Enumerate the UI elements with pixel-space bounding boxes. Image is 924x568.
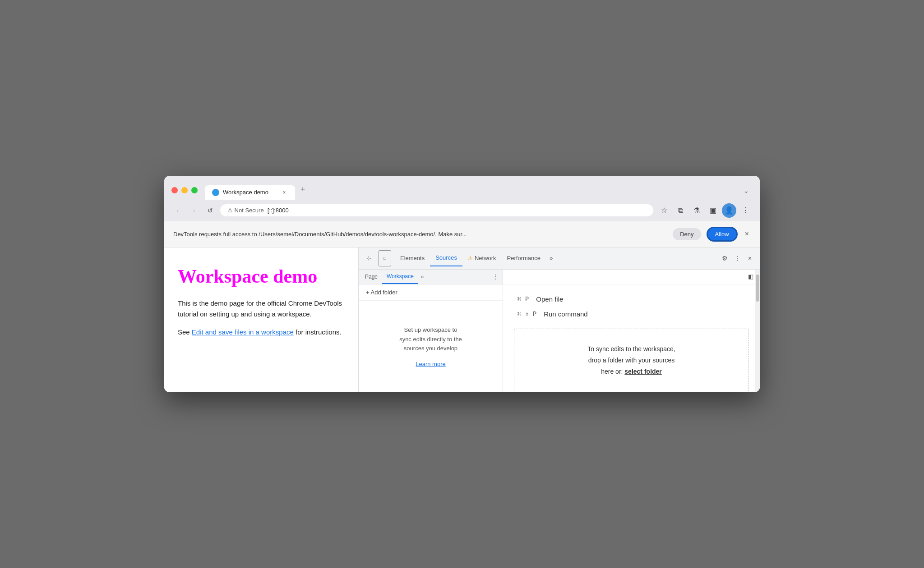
shortcuts-area: ⌘ P Open file ⌘ ⇧ P Run command (503, 284, 760, 329)
shortcut-run-command: ⌘ ⇧ P Run command (517, 310, 745, 318)
devtools-toggle-icon[interactable]: □ (379, 250, 391, 266)
page-paragraph2: See Edit and save files in a workspace f… (178, 327, 345, 338)
devtools-tab-bar: ⊹ □ Elements Sources ⚠ Network Performan… (359, 247, 760, 270)
deny-button[interactable]: Deny (673, 228, 701, 240)
tab-title: Workspace demo (223, 189, 277, 196)
tab-network[interactable]: ⚠ Network (462, 250, 502, 266)
maximize-button[interactable] (191, 187, 198, 193)
profile-icon[interactable]: 👤 (722, 203, 736, 218)
sidebar-icon[interactable]: ▣ (706, 203, 720, 218)
browser-tab[interactable]: 🌐 Workspace demo × (205, 185, 295, 200)
devtools-settings-icon[interactable]: ⚙ (718, 252, 731, 265)
forward-button[interactable]: › (188, 204, 200, 217)
url-bar[interactable]: ⚠ Not Secure [::]:8000 (220, 204, 653, 216)
browser-toolbar: ☆ ⧉ ⚗ ▣ 👤 ⋮ (657, 203, 753, 218)
minimize-button[interactable] (181, 187, 188, 193)
collapse-sidebar-icon[interactable]: ◧ (745, 271, 756, 282)
drop-zone-line1: To sync edits to the workspace, (587, 345, 675, 353)
notification-bar: DevTools requests full access to /Users/… (164, 221, 760, 247)
url-text: [::]:8000 (268, 207, 289, 214)
sources-sidebar: Page Workspace » ⋮ + Add folder Set up w… (359, 270, 503, 393)
bookmark-icon[interactable]: ☆ (657, 203, 671, 218)
devtools-icon[interactable]: ⚗ (689, 203, 704, 218)
tab-bar: 🌐 Workspace demo × + ⌄ (205, 181, 753, 200)
tab-sources[interactable]: Sources (430, 250, 462, 266)
select-folder-link[interactable]: select folder (624, 368, 661, 375)
title-bar: 🌐 Workspace demo × + ⌄ (164, 176, 760, 200)
add-folder-button[interactable]: + Add folder (359, 284, 503, 301)
sources-tab-bar: Page Workspace » ⋮ (359, 270, 503, 284)
shortcut-open-file: ⌘ P Open file (517, 295, 745, 303)
devtools-panel: ⊹ □ Elements Sources ⚠ Network Performan… (358, 247, 760, 393)
page-paragraph2-suffix: for instructions. (294, 328, 342, 336)
new-tab-button[interactable]: + (295, 181, 311, 198)
page-paragraph2-prefix: See (178, 328, 192, 336)
tab-elements[interactable]: Elements (395, 250, 430, 266)
chrome-menu-icon[interactable]: ⋮ (738, 203, 753, 218)
warning-icon: ⚠ (468, 255, 473, 261)
main-area: Workspace demo This is the demo page for… (164, 247, 760, 393)
tab-close-button[interactable]: × (281, 189, 288, 196)
sources-toolbar-right: ◧ (745, 271, 756, 282)
devtools-close-icon[interactable]: × (744, 252, 756, 265)
sources-panel: Page Workspace » ⋮ + Add folder Set up w… (359, 270, 760, 393)
notification-close-icon[interactable]: × (743, 228, 751, 240)
drop-zone[interactable]: To sync edits to the workspace, drop a f… (514, 329, 749, 393)
page-heading: Workspace demo (178, 266, 345, 287)
notification-text: DevTools requests full access to /Users/… (173, 231, 667, 238)
src-more-tabs-button[interactable]: » (418, 270, 427, 284)
extensions-icon[interactable]: ⧉ (673, 203, 688, 218)
shortcut-run-command-label: Run command (544, 310, 588, 318)
more-tabs-button[interactable]: » (546, 251, 556, 265)
src-tab-workspace[interactable]: Workspace (382, 270, 418, 284)
page-paragraph1: This is the demo page for the official C… (178, 298, 345, 320)
scrollbar-track[interactable] (755, 270, 760, 393)
traffic-lights (171, 187, 198, 193)
close-button[interactable] (171, 187, 178, 193)
drop-zone-line2: drop a folder with your sources (588, 357, 675, 364)
sources-main-toolbar: ◧ (503, 270, 760, 284)
workspace-link[interactable]: Edit and save files in a workspace (192, 328, 294, 336)
tab-performance[interactable]: Performance (502, 250, 546, 266)
learn-more-link[interactable]: Learn more (416, 361, 445, 367)
back-button[interactable]: ‹ (171, 204, 184, 217)
workspace-empty-area: Set up workspace tosync edits directly t… (359, 301, 503, 393)
devtools-menu-icon[interactable]: ⋮ (731, 252, 744, 265)
tab-favicon: 🌐 (212, 189, 219, 196)
add-folder-label: + Add folder (366, 289, 397, 296)
shortcut-open-file-keys: ⌘ P (517, 295, 529, 302)
drop-zone-line3: here or: (601, 368, 623, 375)
workspace-empty-text: Set up workspace tosync edits directly t… (399, 325, 462, 353)
scrollbar-thumb[interactable] (756, 275, 759, 302)
reload-button[interactable]: ↺ (204, 204, 217, 217)
tab-dropdown-button[interactable]: ⌄ (740, 185, 753, 196)
src-tab-page[interactable]: Page (360, 270, 382, 284)
page-content: Workspace demo This is the demo page for… (164, 247, 358, 393)
address-bar: ‹ › ↺ ⚠ Not Secure [::]:8000 ☆ ⧉ ⚗ ▣ 👤 ⋮ (164, 200, 760, 221)
allow-button[interactable]: Allow (707, 227, 738, 242)
devtools-expand-icon[interactable]: ⊹ (362, 250, 375, 266)
sources-main-area: ◧ ⌘ P Open file ⌘ ⇧ P Run command (503, 270, 760, 393)
src-menu-button[interactable]: ⋮ (490, 270, 501, 284)
tab-end: ⌄ (311, 185, 753, 200)
browser-window: 🌐 Workspace demo × + ⌄ ‹ › ↺ ⚠ Not Secur… (164, 176, 760, 393)
shortcut-open-file-label: Open file (536, 295, 563, 303)
not-secure-indicator: ⚠ Not Secure (227, 207, 264, 214)
shortcut-run-command-keys: ⌘ ⇧ P (517, 310, 536, 317)
